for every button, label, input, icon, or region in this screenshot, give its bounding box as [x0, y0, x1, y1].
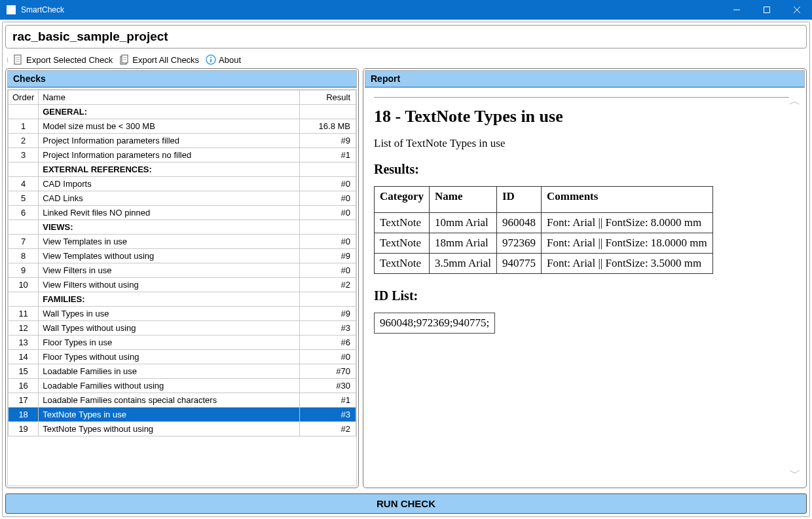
checks-row[interactable]: EXTERNAL REFERENCES:	[9, 163, 356, 177]
chevron-down-icon[interactable]: ﹀	[789, 465, 801, 481]
svg-rect-10	[123, 57, 126, 58]
maximize-button[interactable]	[752, 0, 782, 20]
report-col-category: Category	[375, 187, 430, 213]
toolbar: ⁞ Export Selected Check Export All Check…	[3, 51, 809, 68]
report-cell-name: 3.5mm Arial	[430, 254, 497, 274]
info-icon	[206, 54, 216, 65]
checks-cell-order: 18	[9, 408, 39, 422]
checks-cell-result: #0	[300, 350, 356, 364]
checks-cell-name: Floor Types without using	[39, 350, 300, 364]
checks-row[interactable]: 9View Filters in use#0	[9, 263, 356, 278]
checks-row[interactable]: 18TextNote Types in use#3	[9, 408, 356, 422]
svg-rect-14	[210, 59, 212, 62]
checks-row[interactable]: 4CAD Imports#0	[9, 177, 356, 191]
checks-cell-name: View Filters without using	[39, 278, 300, 292]
checks-cell-result: #1	[300, 148, 356, 163]
report-cell-category: TextNote	[375, 254, 430, 274]
checks-row[interactable]: 7View Templates in use#0	[9, 235, 356, 249]
results-label: Results:	[374, 162, 789, 177]
checks-col-result[interactable]: Result	[300, 90, 356, 105]
checks-row[interactable]: 6Linked Revit files NO pinned#0	[9, 206, 356, 220]
close-button[interactable]	[782, 0, 812, 20]
checks-row[interactable]: 8View Templates without using#9	[9, 249, 356, 263]
checks-row[interactable]: 3Project Information parameters no fille…	[9, 148, 356, 163]
checks-cell-order: 11	[9, 307, 39, 321]
report-cell-name: 18mm Arial	[430, 233, 497, 254]
checks-row[interactable]: VIEWS:	[9, 220, 356, 235]
export-all-label: Export All Checks	[132, 55, 199, 65]
checks-cell-order: 16	[9, 379, 39, 393]
checks-cell-order: 4	[9, 177, 39, 191]
export-all-button[interactable]: Export All Checks	[118, 53, 200, 66]
svg-rect-5	[16, 57, 20, 58]
checks-row[interactable]: 19TextNote Types without using#2	[9, 422, 356, 436]
report-cell-category: TextNote	[375, 213, 430, 233]
checks-cell-result: #0	[300, 235, 356, 249]
project-title: rac_basic_sample_project	[5, 25, 807, 48]
checks-row[interactable]: 2Project Information parameters filled#9	[9, 134, 356, 148]
checks-row[interactable]: 16Loadable Families without using#30	[9, 379, 356, 393]
report-content: ︿ 18 - TextNote Types in use List of Tex…	[365, 88, 805, 486]
divider	[374, 97, 789, 98]
checks-cell-order	[9, 292, 39, 307]
checks-row[interactable]: 12Wall Types without using#3	[9, 321, 356, 336]
report-row: TextNote10mm Arial960048Font: Arial || F…	[375, 213, 713, 233]
checks-cell-name: Wall Types in use	[39, 307, 300, 321]
checks-cell-result: #2	[300, 422, 356, 436]
checks-cell-order: 12	[9, 321, 39, 336]
checks-row[interactable]: 10View Filters without using#2	[9, 278, 356, 292]
checks-cell-result: #9	[300, 134, 356, 148]
checks-cell-order	[9, 163, 39, 177]
checks-col-order[interactable]: Order	[9, 90, 39, 105]
checks-cell-order: 19	[9, 422, 39, 436]
checks-row[interactable]: 5CAD Links#0	[9, 191, 356, 206]
checks-col-name[interactable]: Name	[39, 90, 300, 105]
checks-cell-result: #6	[300, 336, 356, 350]
checks-panel: Checks Order Name Result GENERAL:1Model …	[5, 68, 359, 488]
checks-cell-order	[9, 220, 39, 235]
checks-cell-order: 3	[9, 148, 39, 163]
checks-panel-title: Checks	[7, 70, 357, 88]
checks-row[interactable]: 13Floor Types in use#6	[9, 336, 356, 350]
minimize-button[interactable]	[722, 0, 752, 20]
checks-cell-name: GENERAL:	[39, 105, 300, 119]
report-panel-title: Report	[365, 70, 805, 88]
checks-cell-result: #9	[300, 307, 356, 321]
toolbar-grip-icon: ⁞	[7, 56, 8, 64]
about-button[interactable]: About	[204, 53, 242, 66]
report-cell-comments: Font: Arial || FontSize: 18.0000 mm	[541, 233, 712, 254]
export-selected-button[interactable]: Export Selected Check	[12, 53, 114, 66]
report-cell-category: TextNote	[375, 233, 430, 254]
report-row: TextNote18mm Arial972369Font: Arial || F…	[375, 233, 713, 254]
checks-cell-name: TextNote Types without using	[39, 422, 300, 436]
checks-cell-result	[300, 220, 356, 235]
checks-cell-order: 6	[9, 206, 39, 220]
checks-row[interactable]: 11Wall Types in use#9	[9, 307, 356, 321]
checks-row[interactable]: GENERAL:	[9, 105, 356, 119]
checks-row[interactable]: 1Model size must be < 300 MB16.8 MB	[9, 119, 356, 134]
checks-table-scroll[interactable]: Order Name Result GENERAL:1Model size mu…	[7, 89, 357, 486]
report-cell-comments: Font: Arial || FontSize: 3.5000 mm	[541, 254, 712, 274]
report-cell-name: 10mm Arial	[430, 213, 497, 233]
checks-cell-result: #9	[300, 249, 356, 263]
titlebar: SmartCheck	[0, 0, 812, 20]
checks-cell-result	[300, 163, 356, 177]
checks-cell-result: #3	[300, 321, 356, 336]
checks-cell-order	[9, 105, 39, 119]
checks-row[interactable]: 14Floor Types without using#0	[9, 350, 356, 364]
run-check-button[interactable]: RUN CHECK	[5, 493, 807, 514]
checks-cell-order: 8	[9, 249, 39, 263]
checks-row[interactable]: 17Loadable Families contains special cha…	[9, 393, 356, 408]
chevron-up-icon[interactable]: ︿	[789, 93, 801, 109]
checks-row[interactable]: FAMILIES:	[9, 292, 356, 307]
checks-row[interactable]: 15Loadable Families in use#70	[9, 364, 356, 379]
export-selected-label: Export Selected Check	[26, 55, 113, 65]
checks-cell-order: 7	[9, 235, 39, 249]
report-row: TextNote3.5mm Arial940775Font: Arial || …	[375, 254, 713, 274]
checks-cell-name: FAMILIES:	[39, 292, 300, 307]
checks-cell-result: #0	[300, 206, 356, 220]
checks-cell-order: 14	[9, 350, 39, 364]
checks-cell-name: Model size must be < 300 MB	[39, 119, 300, 134]
checks-cell-order: 15	[9, 364, 39, 379]
report-cell-comments: Font: Arial || FontSize: 8.0000 mm	[541, 213, 712, 233]
